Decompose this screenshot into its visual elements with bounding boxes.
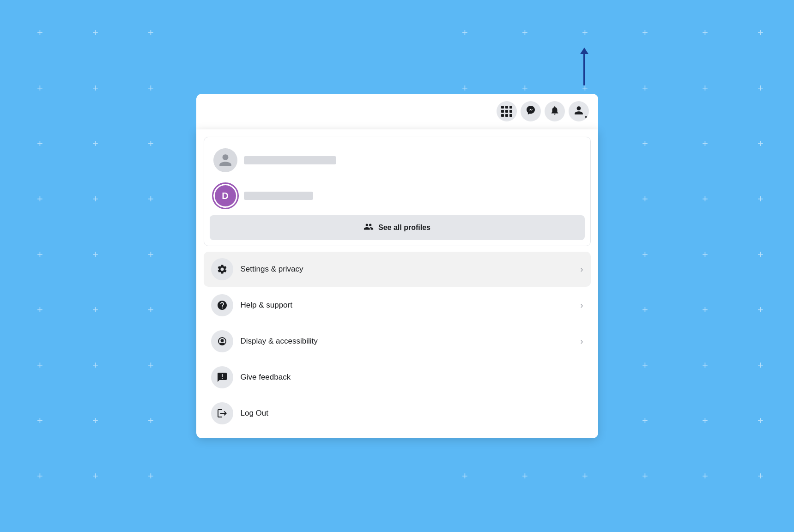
plus-icon: + bbox=[522, 83, 528, 93]
plus-icon: + bbox=[758, 305, 764, 315]
plus-icon: + bbox=[37, 416, 43, 426]
menu-item-log-out[interactable]: Log Out bbox=[204, 396, 591, 431]
account-button[interactable]: ▾ bbox=[569, 101, 589, 121]
plus-icon: + bbox=[462, 28, 468, 38]
plus-icon: + bbox=[462, 471, 468, 481]
display-chevron-icon: › bbox=[581, 337, 583, 346]
plus-icon: + bbox=[642, 28, 648, 38]
plus-icon: + bbox=[758, 249, 764, 260]
plus-icon: + bbox=[92, 416, 98, 426]
display-icon-circle bbox=[211, 330, 233, 352]
plus-icon: + bbox=[702, 139, 708, 149]
messenger-icon bbox=[526, 105, 536, 118]
plus-icon: + bbox=[462, 83, 468, 93]
profile-name-2 bbox=[244, 192, 313, 200]
plus-icon: + bbox=[702, 360, 708, 370]
plus-icon: + bbox=[522, 28, 528, 38]
plus-icon: + bbox=[92, 249, 98, 260]
bell-icon bbox=[550, 105, 560, 118]
plus-icon: + bbox=[702, 471, 708, 481]
account-icon bbox=[574, 105, 584, 118]
plus-icon: + bbox=[92, 360, 98, 370]
logout-icon-circle bbox=[211, 402, 233, 424]
feedback-icon-circle bbox=[211, 366, 233, 388]
plus-icon: + bbox=[148, 139, 154, 149]
plus-icon: + bbox=[37, 471, 43, 481]
plus-icon: + bbox=[582, 28, 588, 38]
plus-icon: + bbox=[522, 471, 528, 481]
nav-bar: ▾ bbox=[196, 94, 598, 129]
plus-icon: + bbox=[148, 83, 154, 93]
plus-icon: + bbox=[37, 249, 43, 260]
profile-item-2[interactable]: D bbox=[210, 178, 585, 213]
plus-icon: + bbox=[702, 305, 708, 315]
profile-avatar-2: D bbox=[213, 184, 237, 208]
notifications-button[interactable] bbox=[545, 101, 565, 121]
grid-icon bbox=[501, 106, 512, 117]
settings-chevron-icon: › bbox=[581, 265, 583, 274]
menu-help-label: Help & support bbox=[241, 301, 573, 310]
arrow-indicator bbox=[583, 53, 585, 85]
settings-icon-circle bbox=[211, 258, 233, 280]
see-all-profiles-label: See all profiles bbox=[378, 224, 430, 232]
profile-name-1 bbox=[244, 156, 336, 164]
profile-item-1[interactable] bbox=[210, 143, 585, 178]
plus-icon: + bbox=[642, 471, 648, 481]
plus-icon: + bbox=[642, 83, 648, 93]
people-icon bbox=[364, 222, 374, 234]
plus-icon: + bbox=[148, 360, 154, 370]
messenger-button[interactable] bbox=[521, 101, 541, 121]
plus-icon: + bbox=[37, 305, 43, 315]
plus-icon: + bbox=[758, 416, 764, 426]
plus-icon: + bbox=[37, 28, 43, 38]
plus-icon: + bbox=[642, 360, 648, 370]
menu-section: Settings & privacy › Help & support › bbox=[204, 252, 591, 431]
plus-icon: + bbox=[702, 249, 708, 260]
plus-icon: + bbox=[92, 305, 98, 315]
plus-icon: + bbox=[148, 194, 154, 204]
plus-icon: + bbox=[758, 28, 764, 38]
plus-icon: + bbox=[37, 360, 43, 370]
plus-icon: + bbox=[702, 194, 708, 204]
dropdown-panel: D See all profiles bbox=[196, 129, 598, 438]
plus-icon: + bbox=[758, 194, 764, 204]
plus-icon: + bbox=[92, 139, 98, 149]
plus-icon: + bbox=[642, 194, 648, 204]
plus-icon: + bbox=[642, 249, 648, 260]
plus-icon: + bbox=[702, 28, 708, 38]
menu-item-display-accessibility[interactable]: Display & accessibility › bbox=[204, 324, 591, 359]
help-chevron-icon: › bbox=[581, 301, 583, 310]
plus-icon: + bbox=[92, 471, 98, 481]
menu-item-settings-privacy[interactable]: Settings & privacy › bbox=[204, 252, 591, 287]
main-container: ▾ D bbox=[196, 94, 598, 438]
plus-icon: + bbox=[92, 194, 98, 204]
plus-icon: + bbox=[148, 416, 154, 426]
plus-icon: + bbox=[92, 83, 98, 93]
profile-avatar-1 bbox=[213, 148, 237, 172]
plus-icon: + bbox=[702, 416, 708, 426]
plus-icon: + bbox=[148, 305, 154, 315]
plus-icon: + bbox=[37, 139, 43, 149]
plus-icon: + bbox=[92, 28, 98, 38]
plus-icon: + bbox=[642, 305, 648, 315]
plus-icon: + bbox=[37, 83, 43, 93]
menu-logout-label: Log Out bbox=[241, 409, 583, 418]
plus-icon: + bbox=[758, 83, 764, 93]
plus-icon: + bbox=[758, 360, 764, 370]
menu-item-give-feedback[interactable]: Give feedback bbox=[204, 360, 591, 395]
plus-icon: + bbox=[148, 28, 154, 38]
chevron-down-icon: ▾ bbox=[585, 115, 587, 120]
plus-icon: + bbox=[148, 471, 154, 481]
plus-icon: + bbox=[37, 194, 43, 204]
plus-icon: + bbox=[702, 83, 708, 93]
menu-grid-button[interactable] bbox=[497, 101, 517, 121]
plus-icon: + bbox=[148, 249, 154, 260]
plus-icon: + bbox=[642, 139, 648, 149]
plus-icon: + bbox=[758, 471, 764, 481]
profiles-section: D See all profiles bbox=[204, 137, 591, 246]
see-all-profiles-button[interactable]: See all profiles bbox=[210, 215, 585, 240]
help-icon-circle bbox=[211, 294, 233, 316]
menu-item-help-support[interactable]: Help & support › bbox=[204, 288, 591, 323]
plus-icon: + bbox=[582, 471, 588, 481]
menu-feedback-label: Give feedback bbox=[241, 373, 583, 382]
